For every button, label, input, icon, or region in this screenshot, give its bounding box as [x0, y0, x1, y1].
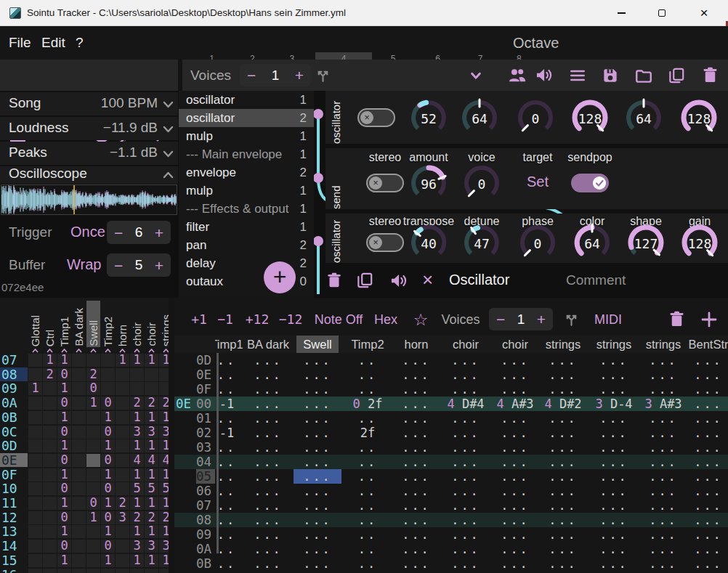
order-cell[interactable]: [28, 397, 42, 410]
order-cell[interactable]: [43, 382, 57, 395]
pattern-voices-decrement[interactable]: −: [496, 312, 505, 327]
pattern-cell[interactable]: ...: [639, 440, 687, 455]
pattern-cell[interactable]: ...: [294, 484, 341, 498]
knob-param-52[interactable]: 52: [408, 97, 449, 138]
order-row-number[interactable]: 0A: [0, 396, 28, 410]
order-cell[interactable]: [72, 426, 86, 439]
voices-increment[interactable]: +: [295, 68, 304, 83]
pattern-cell[interactable]: ...: [442, 556, 490, 571]
add-unit-button[interactable]: +: [264, 261, 296, 293]
order-row-number[interactable]: 16: [0, 568, 28, 573]
pattern-cell[interactable]: ..: [344, 367, 392, 382]
chevron-up-icon[interactable]: [163, 171, 174, 179]
transpose-plus1-button[interactable]: +1: [191, 304, 207, 336]
pattern-cell[interactable]: ...: [539, 469, 587, 484]
pattern-cell[interactable]: ...: [639, 411, 687, 426]
pattern-cell[interactable]: ...: [491, 440, 539, 455]
pattern-cell[interactable]: ...: [684, 440, 728, 455]
order-column-choir[interactable]: choir: [145, 322, 158, 346]
order-column-strings[interactable]: strings: [160, 314, 169, 346]
pattern-cell[interactable]: ..: [344, 469, 392, 484]
pattern-cell[interactable]: ...: [392, 367, 440, 382]
pattern-cell[interactable]: ...: [539, 527, 587, 542]
pattern-cell[interactable]: ...: [639, 382, 687, 397]
order-cell[interactable]: [86, 454, 100, 467]
loudness-row[interactable]: Loudness −11.9 dB: [0, 117, 178, 140]
maximize-button[interactable]: [645, 0, 679, 26]
order-cell[interactable]: [28, 569, 42, 573]
pattern-cell[interactable]: ...: [442, 484, 490, 498]
minimize-button[interactable]: [604, 0, 638, 26]
pattern-cell[interactable]: ...: [590, 367, 638, 382]
knob-detune-47[interactable]: 47: [461, 222, 502, 263]
pattern-cell[interactable]: ...: [684, 469, 728, 484]
order-cell[interactable]: [28, 468, 42, 481]
pattern-cell[interactable]: ...: [639, 484, 687, 498]
order-cell[interactable]: [72, 525, 86, 538]
order-cell[interactable]: [159, 368, 169, 381]
copy-icon[interactable]: [667, 66, 686, 85]
pattern-voices-increment[interactable]: +: [537, 312, 546, 327]
transpose-minus1-button[interactable]: −1: [217, 304, 233, 336]
order-cell[interactable]: [72, 454, 86, 467]
pattern-cell[interactable]: ...: [491, 484, 539, 498]
pattern-cell[interactable]: ..: [344, 382, 392, 397]
pattern-cell[interactable]: ...: [442, 455, 490, 469]
knob-color-64[interactable]: 64: [572, 222, 612, 263]
split-track-icon[interactable]: [314, 66, 332, 84]
pattern-cell[interactable]: ..: [344, 411, 392, 426]
pattern-cell[interactable]: ...: [491, 498, 539, 513]
pattern-cell[interactable]: ...: [294, 397, 341, 411]
pattern-cell[interactable]: ...: [294, 367, 341, 382]
order-cell[interactable]: [130, 569, 144, 573]
pattern-cell[interactable]: ...: [684, 513, 728, 527]
pattern-cell[interactable]: ..: [344, 513, 392, 527]
pattern-cell[interactable]: ...: [639, 498, 687, 513]
pattern-cell[interactable]: ...: [392, 484, 440, 498]
pattern-cell[interactable]: ...: [244, 382, 292, 397]
order-column-choir[interactable]: choir: [131, 322, 143, 346]
pattern-cell[interactable]: 4 D#4: [442, 397, 490, 411]
pattern-cell[interactable]: ...: [491, 513, 539, 527]
pattern-cell[interactable]: ...: [639, 367, 687, 382]
pattern-column-bentstr[interactable]: BentStr: [676, 336, 728, 353]
order-cell[interactable]: [28, 454, 42, 467]
knob-voice-0[interactable]: 0: [461, 163, 502, 203]
order-column-timp2[interactable]: Timp2: [102, 317, 114, 346]
pattern-cell[interactable]: ...: [684, 382, 728, 397]
chevron-down-icon[interactable]: [466, 66, 485, 85]
order-cell[interactable]: [28, 411, 42, 424]
close-button[interactable]: ×: [687, 0, 721, 26]
pattern-cell[interactable]: ...: [539, 513, 587, 527]
delete-pattern-icon[interactable]: [667, 309, 687, 329]
pattern-cell[interactable]: ...: [590, 556, 638, 571]
pattern-cell[interactable]: ...: [590, 382, 638, 397]
order-cell[interactable]: [72, 468, 86, 481]
knob-param-64[interactable]: 64: [459, 97, 500, 138]
note-off-button[interactable]: Note Off: [315, 304, 363, 336]
pattern-cell[interactable]: ...: [684, 426, 728, 440]
unit-item-mulp[interactable]: mulp1: [179, 182, 314, 200]
pattern-cell[interactable]: 2f: [344, 426, 392, 440]
pattern-cell[interactable]: ...: [684, 484, 728, 498]
order-cell[interactable]: [159, 382, 169, 395]
pattern-cell[interactable]: ..: [344, 498, 392, 513]
voices-users-icon[interactable]: [507, 65, 527, 86]
pattern-cell[interactable]: ...: [539, 556, 587, 571]
pattern-cell[interactable]: ...: [392, 426, 440, 440]
pattern-cell[interactable]: ...: [639, 455, 687, 469]
trigger-mode[interactable]: Once: [70, 224, 105, 240]
order-cell[interactable]: [116, 525, 129, 538]
pattern-cell[interactable]: ..: [344, 527, 392, 542]
order-cell[interactable]: [72, 354, 86, 367]
order-cell[interactable]: [130, 382, 144, 395]
pattern-cell[interactable]: ...: [590, 542, 638, 556]
knob-param-128[interactable]: 128: [570, 97, 610, 138]
order-column-timp1[interactable]: Timp1: [58, 317, 70, 346]
pattern-cell[interactable]: ...: [590, 498, 638, 513]
pattern-cell[interactable]: ...: [244, 556, 292, 571]
pattern-cell[interactable]: ...: [294, 440, 341, 455]
pattern-cell[interactable]: ...: [294, 527, 341, 542]
buffer-mode[interactable]: Wrap: [67, 256, 101, 273]
pattern-cell[interactable]: ...: [392, 411, 440, 426]
